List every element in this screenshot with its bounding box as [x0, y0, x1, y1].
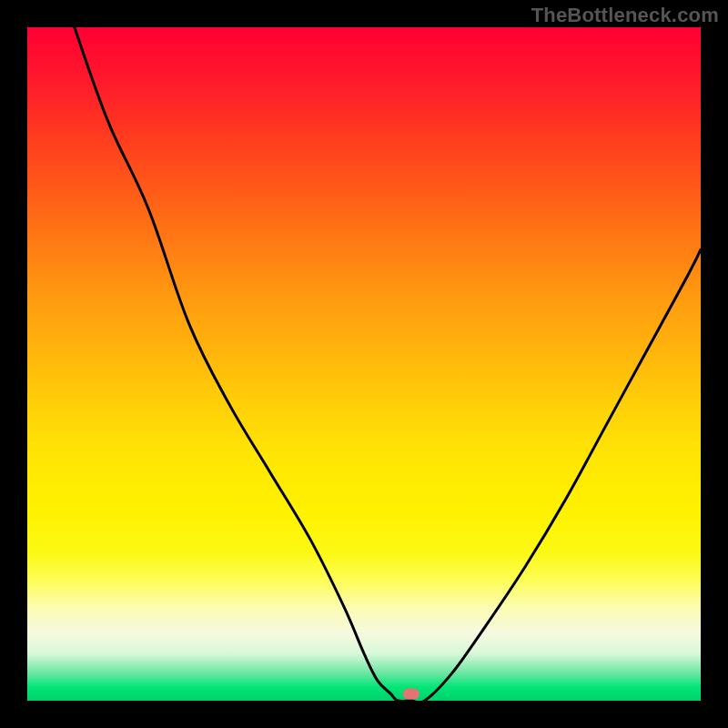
bottleneck-chart	[27, 27, 701, 701]
gradient-background	[27, 27, 701, 701]
optimal-marker	[403, 689, 420, 700]
watermark-text: TheBottleneck.com	[531, 4, 719, 27]
chart-frame: TheBottleneck.com	[0, 0, 728, 728]
plot-area	[27, 27, 701, 701]
